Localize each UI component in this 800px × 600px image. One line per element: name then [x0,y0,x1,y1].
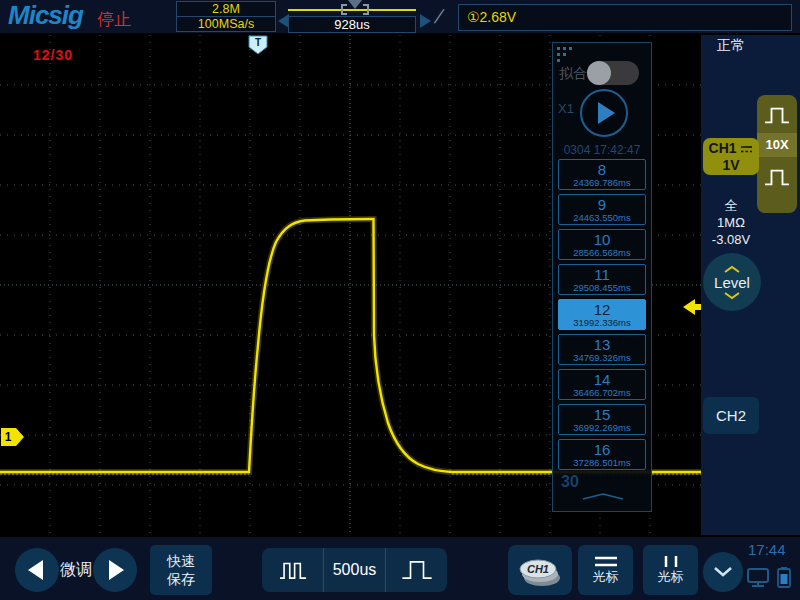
segment-item[interactable]: 1536992.269ms [558,404,646,435]
trigger-marker-label: T [255,37,261,48]
scope-display: T 1 12/30 拟合 X1 0304 17:42:47 824369.786… [0,35,701,535]
segment-item-time: 24463.550ms [573,212,631,223]
segment-item-index: 16 [594,442,611,457]
right-sidebar: 正常 10X CH1 1V 全 1MΩ -3.08V [701,35,800,535]
segment-item-time: 36992.269ms [573,422,631,433]
timebase-zoom-out-button[interactable] [262,548,323,592]
chevron-down-icon [722,291,742,300]
segment-item[interactable]: 824369.786ms [558,159,646,190]
segment-item-time: 31992.336ms [573,317,631,328]
trigger-level-readout[interactable]: ①2.68V [458,4,792,31]
timeline-window-bracket-left [341,4,347,15]
segment-item[interactable]: 1028566.568ms [558,229,646,260]
chevron-down-icon [712,566,734,578]
quick-save-line1: 快速 [150,552,212,570]
next-segment-button[interactable] [93,548,137,592]
ch1-info: 全 1MΩ -3.08V [701,197,761,248]
pulse-icon [762,166,792,188]
channel-chip-icon: CH1 [517,552,563,588]
ch1-badge[interactable]: CH1 1V [703,138,759,175]
timeline-window-bracket-right [363,4,369,15]
play-icon [598,102,615,124]
timebase-zoom-in-button[interactable] [386,548,447,592]
segment-item[interactable]: 1231992.336ms [558,299,646,330]
segment-item-index: 10 [594,232,611,247]
timeline-position-marker[interactable] [348,0,362,9]
cursor-vertical-icon [658,555,684,568]
segment-play-button[interactable] [580,89,628,137]
segment-item[interactable]: 1334769.326ms [558,334,646,365]
probe-panel[interactable]: 10X [757,95,797,213]
ch1-impedance: 1MΩ [701,214,761,231]
pulse-icon [396,557,438,583]
segment-item-index: 15 [594,407,611,422]
sample-rate: 100MSa/s [177,17,275,32]
quick-save-button[interactable]: 快速 保存 [150,545,212,595]
prev-icon [28,560,43,580]
vertical-cursor-label: 光标 [658,568,684,586]
fit-label: 拟合 [559,65,587,83]
ch1-scale: 1V [703,157,759,174]
oscilloscope-app: Micsig 停止 2.8M 100MSa/s 928us / ①2.68V T [0,0,800,600]
probe-attenuation[interactable]: 10X [757,133,797,157]
timebase-group: 500us [262,548,447,592]
pan-right-icon[interactable] [420,14,431,28]
trigger-mode-label[interactable]: 正常 [717,37,745,55]
ch1-name: CH1 [709,140,737,156]
vertical-cursor-button[interactable]: 光标 [643,545,698,595]
fit-toggle[interactable] [587,61,639,85]
trigger-slope-icon[interactable]: / [434,6,444,28]
horizontal-cursor-label: 光标 [593,568,619,586]
acquisition-readout[interactable]: 2.8M 100MSa/s [176,1,276,32]
level-button[interactable]: Level [703,253,761,311]
dc-coupling-icon [740,145,753,154]
horizontal-cursor-button[interactable]: 光标 [578,545,633,595]
segment-item-time: 29508.455ms [573,282,631,293]
segment-item-index: 14 [594,372,611,387]
segment-item[interactable]: 1637286.501ms [558,439,646,470]
ch2-button[interactable]: CH2 [703,397,759,434]
collapse-menu-button[interactable] [703,552,743,592]
segment-item-index: 11 [594,267,610,282]
segment-item-time: 28566.568ms [573,247,631,258]
segment-list: 824369.786ms924463.550ms1028566.568ms112… [558,159,646,474]
battery-icon[interactable] [776,565,792,589]
pulse-icon [762,104,792,126]
channel1-tag-label: 1 [5,430,12,444]
playback-speed[interactable]: X1 [558,101,574,116]
segment-item[interactable]: 924463.550ms [558,194,646,225]
cursor-horizontal-icon [593,555,619,568]
segment-item[interactable]: 1436466.702ms [558,369,646,400]
chevron-up-icon [722,265,742,274]
bottom-bar: 微调 快速 保存 500us [0,535,800,600]
segment-last-index: 30 [561,473,579,491]
segment-item-index: 9 [598,197,606,212]
run-state-label[interactable]: 停止 [97,8,131,31]
chevron-up-icon[interactable] [581,491,625,501]
monitor-icon[interactable] [746,567,772,589]
segment-item-time: 24369.786ms [573,177,631,188]
trigger-position-marker[interactable]: T [249,36,267,54]
segment-timestamp: 0304 17:42:47 [553,143,651,157]
drag-dots-icon[interactable] [557,47,560,50]
trigger-level-arrow-icon[interactable] [683,299,701,315]
ch1-bandwidth: 全 [701,197,761,214]
active-channel-button[interactable]: CH1 [508,545,572,595]
quick-save-line2: 保存 [150,570,212,588]
system-clock: 17:44 [748,541,786,558]
brand-logo: Micsig [8,0,83,31]
window-time-readout[interactable]: 928us [288,16,416,33]
segment-item[interactable]: 1129508.455ms [558,264,646,295]
prev-segment-button[interactable] [15,548,59,592]
toggle-knob [587,61,611,85]
segment-item-time: 34769.326ms [573,352,631,363]
capture-index: 12/30 [33,47,73,63]
active-channel-label: CH1 [527,563,549,575]
timebase-readout[interactable]: 500us [323,548,386,592]
fine-tune-label: 微调 [60,560,92,581]
pulse-train-icon [274,557,312,583]
ch1-offset: -3.08V [701,231,761,248]
next-icon [109,560,124,580]
record-timeline [288,9,416,11]
channel1-position-tag[interactable]: 1 [1,428,24,446]
